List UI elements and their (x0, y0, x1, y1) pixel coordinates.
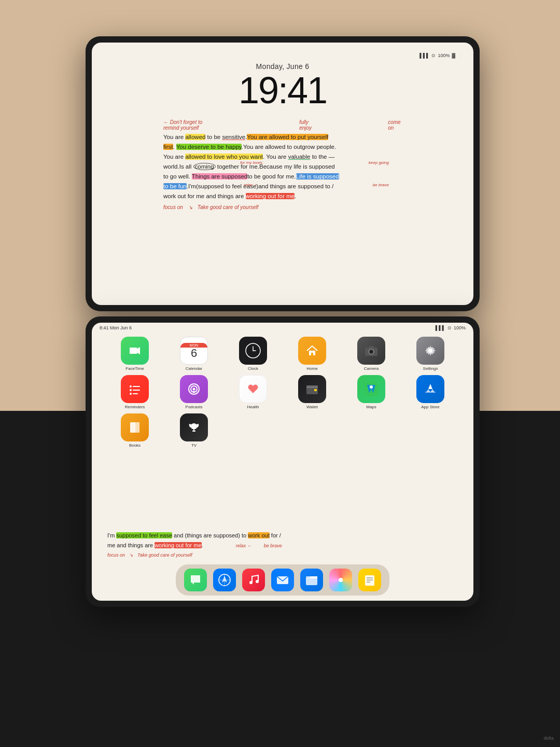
facetime-label: FaceTime (125, 366, 144, 371)
signal-icon: ▌▌▌ (419, 53, 429, 58)
home-affirmations: I'm supposed to feel ease and (things ar… (92, 527, 473, 561)
text-you-are2: You are (163, 154, 185, 160)
appletv-label: TV (191, 443, 197, 448)
maps-icon[interactable] (357, 375, 385, 403)
settings-icon[interactable] (416, 337, 444, 365)
svg-rect-23 (314, 389, 317, 391)
facetime-icon[interactable] (121, 337, 149, 365)
svg-marker-29 (192, 583, 194, 585)
svg-marker-1 (130, 348, 137, 354)
hl-life-supposed: Life is supposed (296, 173, 339, 179)
hl-supposed-feel2: supposed to feel ease (116, 532, 172, 538)
lock-screen: ▌▌▌ ⊙ 100% ▓ Monday, June 6 19:41 ← Don'… (92, 43, 473, 305)
app-camera[interactable]: Camera (344, 337, 399, 371)
app-facetime[interactable]: FaceTime (107, 337, 162, 371)
calendar-label: Calendar (186, 366, 202, 371)
wallet-label: Wallet (306, 405, 318, 409)
home-focus-on: focus on (107, 551, 125, 559)
app-grid: FaceTime MON 6 Calendar Clock (92, 331, 473, 453)
annotation-come-on: come on (388, 119, 402, 131)
app-appstore[interactable]: App Store (403, 375, 458, 409)
home-bottom-annotations: focus on ↘ Take good care of yourself (107, 551, 458, 559)
camera-icon[interactable] (357, 337, 385, 365)
app-podcasts[interactable]: Podcasts (166, 375, 221, 409)
app-maps[interactable]: Maps (344, 375, 399, 409)
svg-rect-22 (306, 385, 318, 388)
app-calendar[interactable]: MON 6 Calendar (166, 337, 221, 371)
text-and2: and (things are supposed) to (172, 532, 248, 538)
text-work-out: work out for me and things are (163, 193, 246, 199)
reminders-icon[interactable] (121, 375, 149, 403)
annotation-relax2: relax ← (236, 543, 252, 548)
dock (176, 564, 389, 596)
home-spacer (92, 453, 473, 527)
hl-working-out: working out for me (246, 193, 295, 199)
clock-icon[interactable] (239, 337, 267, 365)
app-books[interactable]: Books (107, 413, 162, 448)
app-home[interactable]: Home (285, 337, 340, 371)
text-and-things: )and things are supposed to / (256, 183, 333, 189)
home-arrow: ↘ (129, 551, 133, 559)
dock-files[interactable] (300, 569, 323, 591)
appstore-label: App Store (421, 405, 440, 409)
appletv-icon[interactable] (180, 413, 208, 441)
calendar-icon[interactable]: MON 6 (180, 337, 208, 365)
app-health[interactable]: Health (226, 375, 281, 409)
text-you-are: You are (163, 134, 185, 140)
svg-point-10 (370, 351, 373, 353)
dock-messages[interactable] (184, 569, 207, 591)
svg-point-25 (370, 385, 373, 389)
svg-point-38 (339, 578, 343, 582)
hl-work-out2: work out (248, 532, 270, 538)
top-annotations: ← Don't forget to remind yourself fully … (163, 119, 402, 131)
wallet-icon[interactable] (298, 375, 326, 403)
annotation-arrow: ↘ (188, 204, 192, 210)
home-icon[interactable] (298, 337, 326, 365)
svg-rect-18 (133, 393, 138, 394)
dock-safari[interactable] (213, 569, 236, 591)
text-me2: me and things are (107, 542, 155, 548)
dock-photos[interactable] (329, 569, 352, 591)
affirmations-text: You are allowed to be sensitive.You are … (163, 132, 391, 201)
svg-point-19 (193, 388, 195, 391)
text-to-be: to be (205, 134, 222, 140)
text-you-are3: You are (266, 154, 288, 160)
app-settings[interactable]: Settings (403, 337, 458, 371)
ipad-bottom: 8:41 Mon Jun 6 ▌▌▌ ⊙ 100% FaceTime (86, 316, 480, 607)
health-icon[interactable] (239, 375, 267, 403)
annotation-fully-enjoy: fully enjoy (299, 119, 315, 131)
ipad-top: ▌▌▌ ⊙ 100% ▓ Monday, June 6 19:41 ← Don'… (86, 36, 480, 311)
camera-label: Camera (364, 366, 379, 371)
dock-music[interactable] (242, 569, 265, 591)
home-wifi: ⊙ (447, 325, 452, 330)
text-to-go: to go well. (163, 173, 192, 179)
health-label: Health (247, 405, 259, 409)
text-im2: I'm (107, 532, 116, 538)
appstore-icon[interactable] (416, 375, 444, 403)
books-icon[interactable] (121, 413, 149, 441)
svg-marker-2 (137, 347, 140, 354)
annotation-for-my-loves: for my loves (240, 159, 262, 166)
text-for2: for / (270, 532, 281, 538)
svg-rect-28 (135, 422, 139, 433)
app-appletv[interactable]: TV (166, 413, 221, 448)
text-world: world. (163, 163, 179, 170)
settings-label: Settings (423, 366, 438, 371)
svg-rect-11 (369, 346, 374, 348)
books-label: Books (129, 443, 141, 448)
dock-mail[interactable] (271, 569, 294, 591)
text-to-the: to the — (310, 154, 334, 160)
svg-rect-20 (193, 391, 194, 393)
app-reminders[interactable]: Reminders (107, 375, 162, 409)
podcasts-icon[interactable] (180, 375, 208, 403)
dock-notes[interactable] (358, 569, 381, 591)
hl-deserve-happy: You deserve to be happy (176, 144, 242, 150)
app-wallet[interactable]: Wallet (285, 375, 340, 409)
annotation-relax-top: relax ← (244, 182, 258, 188)
annotation-take-care: Take good care of yourself (198, 204, 258, 210)
svg-rect-39 (365, 575, 374, 586)
text-period2: . (173, 144, 176, 150)
home-label: Home (306, 366, 317, 371)
home-status-icons: ▌▌▌ ⊙ 100% (436, 325, 466, 330)
app-clock[interactable]: Clock (226, 337, 281, 371)
